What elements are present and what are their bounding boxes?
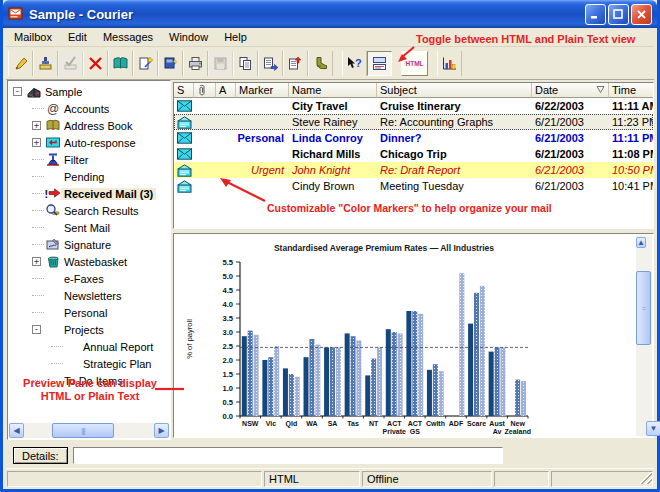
message-wizard-button[interactable]	[133, 51, 158, 76]
wastebasket-icon	[45, 254, 61, 269]
message-marker-cell: Urgent	[236, 162, 289, 178]
close-button[interactable]	[631, 4, 652, 25]
stamp-queue-button[interactable]	[33, 51, 58, 76]
sidebar-item-sent-mail[interactable]: Sent Mail	[8, 219, 170, 236]
sidebar-item-filter[interactable]: Filter	[8, 151, 170, 168]
tree-connector	[51, 363, 63, 364]
menu-edit[interactable]: Edit	[60, 29, 95, 45]
svg-text:0.5: 0.5	[222, 398, 233, 407]
scroll-down-icon[interactable]: ▼	[646, 421, 660, 436]
doc-wizard-icon	[137, 55, 154, 72]
scroll-right-icon[interactable]: ▶	[154, 423, 169, 438]
column-header-date[interactable]: Date	[532, 83, 609, 98]
collapse-icon[interactable]: -	[13, 87, 22, 96]
message-status-cell	[174, 130, 194, 146]
message-row[interactable]: PersonalLinda ConroyDinner?6/21/200311:1…	[174, 130, 653, 146]
sidebar-item-received-mail-3[interactable]: !Received Mail (3)	[8, 185, 170, 202]
message-row[interactable]: City TravelCruise Itinerary6/22/200311:1…	[174, 98, 653, 114]
status-connection: Offline	[362, 471, 492, 487]
autoresponse-icon	[45, 135, 61, 150]
expand-icon[interactable]: +	[32, 121, 41, 130]
message-date-cell: 6/21/2003	[532, 114, 609, 130]
scrollbar-thumb[interactable]: ||||	[52, 423, 114, 438]
title-bar[interactable]: Sample - Courier	[3, 0, 657, 28]
preview-vertical-scrollbar[interactable]: ▲ = ▼	[636, 235, 652, 436]
mailbox-wizard-button[interactable]	[158, 51, 183, 76]
compose-button[interactable]	[8, 51, 33, 76]
sidebar-item-annual-report[interactable]: Annual Report	[8, 338, 170, 355]
redirect-button[interactable]	[283, 51, 308, 76]
tree-horizontal-scrollbar[interactable]: ◀ |||| ▶	[9, 423, 169, 438]
sidebar-item-accounts[interactable]: @Accounts	[8, 100, 170, 117]
details-button[interactable]: Details:	[13, 447, 68, 464]
sidebar-item-search-results[interactable]: Search Results	[8, 202, 170, 219]
html-view-button[interactable]: HTML	[401, 51, 428, 76]
sidebar-item-personal[interactable]: Personal	[8, 304, 170, 321]
message-status-cell	[174, 114, 194, 130]
message-row[interactable]: Richard MillsChicago Trip6/21/200311:08 …	[174, 146, 653, 162]
column-header-a[interactable]: A	[216, 83, 236, 98]
send-queued-button[interactable]	[58, 51, 83, 76]
sidebar-item-projects[interactable]: -Projects	[8, 321, 170, 338]
sidebar-item-auto-response[interactable]: +Auto-response	[8, 134, 170, 151]
address-book-icon	[112, 55, 129, 72]
message-subject-cell: Cruise Itinerary	[377, 98, 532, 114]
expand-icon[interactable]: +	[32, 257, 41, 266]
column-header-s[interactable]: S	[174, 83, 194, 98]
sidebar-item-signature[interactable]: Signature	[8, 236, 170, 253]
address-book-button[interactable]	[108, 51, 133, 76]
expand-icon[interactable]: +	[32, 138, 41, 147]
message-row[interactable]: UrgentJohn KnightRe: Draft Report6/21/20…	[174, 162, 653, 178]
boot-button[interactable]	[308, 51, 333, 76]
scroll-up-icon[interactable]: ▲	[636, 237, 646, 248]
message-clip-cell	[194, 114, 216, 130]
sidebar-item-strategic-plan[interactable]: Strategic Plan	[8, 355, 170, 372]
column-header-attachment[interactable]	[194, 83, 216, 98]
scrollbar-thumb[interactable]: =	[636, 271, 651, 345]
message-date-cell: 6/22/2003	[532, 98, 609, 114]
resize-grip[interactable]	[639, 471, 652, 484]
context-help-button[interactable]: ?	[342, 51, 367, 76]
menu-window[interactable]: Window	[161, 29, 216, 45]
message-clip-cell	[194, 178, 216, 194]
message-row[interactable]: Steve RaineyRe: Accounting Graphs6/21/20…	[174, 114, 653, 130]
collapse-icon[interactable]: -	[32, 325, 41, 334]
menu-mailbox[interactable]: Mailbox	[6, 29, 60, 45]
sidebar-item-label: Sample	[42, 86, 85, 98]
column-header-marker[interactable]: Marker	[236, 83, 289, 98]
sidebar-item-address-book[interactable]: +Address Book	[8, 117, 170, 134]
message-time-cell: 10:41 PM	[609, 178, 654, 194]
toggle-preview-pane-button[interactable]	[367, 51, 392, 76]
save-button[interactable]	[208, 51, 233, 76]
maximize-button[interactable]	[608, 4, 629, 25]
scroll-left-icon[interactable]: ◀	[9, 423, 24, 438]
sidebar-item-label: Search Results	[61, 205, 142, 217]
menu-messages[interactable]: Messages	[95, 29, 161, 45]
sidebar-item-e-faxes[interactable]: e-Faxes	[8, 270, 170, 287]
sidebar-item-pending[interactable]: Pending	[8, 168, 170, 185]
sidebar-item-sample[interactable]: -Sample	[8, 83, 170, 100]
sidebar-item-label: Address Book	[61, 120, 135, 132]
minimize-button[interactable]	[585, 4, 606, 25]
statistics-button[interactable]	[437, 51, 462, 76]
delete-button[interactable]	[83, 51, 108, 76]
column-header-subject[interactable]: Subject	[377, 83, 532, 98]
column-header-name[interactable]: Name	[289, 83, 377, 98]
details-field[interactable]	[73, 447, 503, 464]
save-icon	[212, 55, 229, 72]
svg-text:Vic: Vic	[266, 420, 276, 427]
copy-button[interactable]	[233, 51, 258, 76]
message-row[interactable]: Cindy BrownMeeting Tuesday6/21/200310:41…	[174, 178, 653, 194]
forward-icon	[262, 55, 279, 72]
svg-text:Zealand: Zealand	[504, 428, 530, 435]
print-button[interactable]	[183, 51, 208, 76]
sidebar-item-newsletters[interactable]: Newsletters	[8, 287, 170, 304]
svg-text:Standardised Average Premium R: Standardised Average Premium Rates — All…	[274, 243, 494, 253]
svg-text:NT: NT	[369, 420, 379, 427]
svg-text:2.0: 2.0	[222, 356, 233, 365]
menu-help[interactable]: Help	[216, 29, 255, 45]
message-subject-cell: Dinner?	[377, 130, 532, 146]
column-header-time[interactable]: Time	[609, 83, 654, 98]
forward-button[interactable]	[258, 51, 283, 76]
sidebar-item-wastebasket[interactable]: +Wastebasket	[8, 253, 170, 270]
